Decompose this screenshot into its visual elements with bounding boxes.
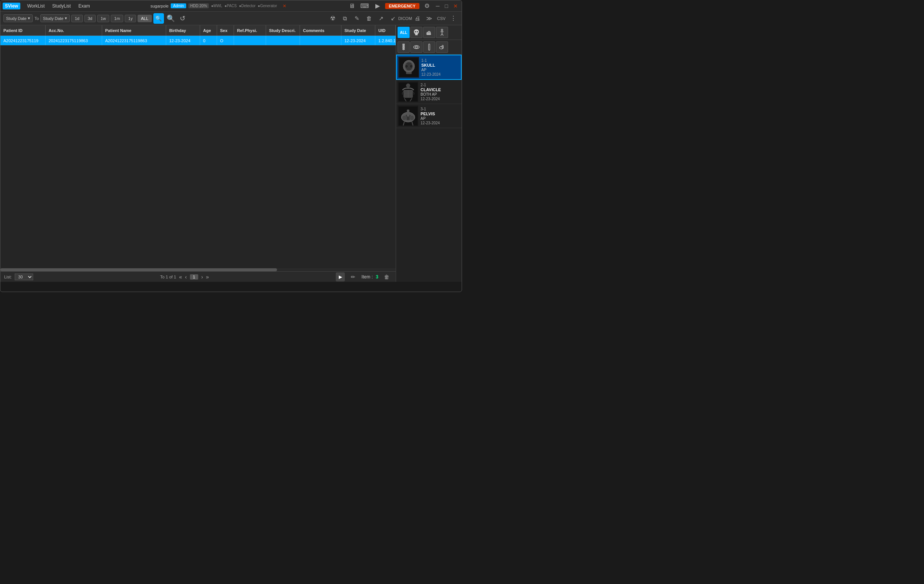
- monitor-icon-btn[interactable]: 🖥: [346, 1, 357, 11]
- radiation-btn[interactable]: ☢: [327, 13, 338, 24]
- page-last-btn[interactable]: »: [206, 274, 209, 280]
- close-btn[interactable]: ✕: [452, 3, 459, 9]
- svg-point-0: [414, 30, 419, 34]
- to-label: To: [34, 16, 39, 21]
- emergency-button[interactable]: EMERGENCY: [385, 3, 419, 9]
- btn-1m[interactable]: 1m: [111, 15, 123, 22]
- play-btn[interactable]: ▶: [336, 272, 345, 282]
- btn-1y[interactable]: 1y: [125, 15, 136, 22]
- series-view-2: BOTH AP: [421, 92, 441, 96]
- col-header-acc-no: Acc.No.: [46, 25, 102, 35]
- filter-btn-foot[interactable]: [436, 41, 448, 53]
- import-btn[interactable]: ↙: [388, 13, 398, 24]
- series-list: 1-1 SKULL AP 12-23-2024: [396, 54, 462, 282]
- series-num-2: 2-1: [421, 83, 441, 87]
- series-num-1: 1-1: [421, 58, 441, 63]
- copy-btn[interactable]: ⧉: [340, 13, 350, 24]
- filter-btn-skull[interactable]: [410, 27, 422, 38]
- series-name-3: PELVIS: [421, 112, 440, 116]
- status-trash-btn[interactable]: 🗑: [381, 272, 392, 282]
- svg-point-9: [441, 29, 443, 31]
- maximize-btn[interactable]: □: [444, 3, 450, 9]
- menu-studylist[interactable]: StudyList: [49, 3, 74, 9]
- filter-btn-all[interactable]: ALL: [398, 27, 409, 38]
- series-item-2[interactable]: 2-1 CLAVICLE BOTH AP 12-23-2024: [396, 80, 462, 104]
- table-row[interactable]: A20241223175119 20241223175119863 A20241…: [0, 36, 396, 46]
- btn-3d[interactable]: 3d: [84, 15, 96, 22]
- item-label: Item :: [361, 274, 373, 280]
- menu-worklist[interactable]: WorkList: [23, 3, 48, 9]
- cell-ref-phys: [234, 36, 266, 45]
- edit-btn[interactable]: ✎: [351, 13, 362, 24]
- from-date-dropdown[interactable]: Study Date ▾: [3, 14, 33, 22]
- list-size-select[interactable]: 30 50 100: [15, 274, 33, 280]
- table-area: Patient ID Acc.No. Patient Name Birthday…: [0, 25, 396, 282]
- delete-btn[interactable]: 🗑: [364, 13, 374, 24]
- series-date-1: 12-23-2024: [421, 73, 441, 76]
- svg-point-2: [415, 31, 416, 32]
- mwl-status: ●MWL: [211, 4, 222, 8]
- more-btn[interactable]: ≫: [424, 13, 434, 24]
- page-first-btn[interactable]: «: [179, 274, 182, 280]
- pagination: To 1 of 1 « ‹ 1 › »: [36, 274, 333, 280]
- filter-btn-spine[interactable]: [398, 41, 409, 53]
- btn-1w[interactable]: 1w: [97, 15, 109, 22]
- svg-line-13: [442, 33, 443, 35]
- col-header-comments: Comments: [300, 25, 342, 35]
- cell-sex: O: [217, 36, 234, 45]
- list-label: List:: [4, 275, 12, 279]
- search-button[interactable]: 🔍: [153, 13, 164, 24]
- page-current[interactable]: 1: [190, 274, 198, 280]
- item-count: 3: [376, 274, 378, 280]
- settings-icon-btn[interactable]: ⚙: [422, 1, 432, 11]
- cell-uid: 1.2.840.100...: [375, 36, 396, 45]
- status-edit-btn[interactable]: ✏: [348, 272, 358, 282]
- to-date-dropdown[interactable]: Study Date ▾: [40, 14, 70, 22]
- svg-point-3: [417, 31, 418, 32]
- minimize-btn[interactable]: ─: [434, 3, 441, 9]
- reset-btn[interactable]: ↺: [178, 13, 188, 24]
- filter-btn-hand[interactable]: [423, 27, 435, 38]
- close-x-btn[interactable]: ✕: [279, 1, 290, 11]
- csv-btn[interactable]: CSV: [436, 13, 447, 24]
- app-logo[interactable]: SView: [3, 3, 20, 10]
- body-filter-row-1: ALL: [396, 25, 462, 40]
- series-thumb-1: [398, 57, 419, 78]
- date-filter-group: Study Date ▾ To Study Date ▾: [3, 14, 70, 22]
- filter-btn-pelvis[interactable]: [410, 41, 422, 53]
- col-header-sex: Sex: [217, 25, 234, 35]
- pacs-status: ●PACS: [224, 4, 237, 8]
- svg-rect-6: [430, 31, 431, 35]
- series-item-3[interactable]: 3-1 PELVIS AP 12-23-2024: [396, 104, 462, 128]
- svg-point-28: [409, 64, 412, 68]
- btn-1d[interactable]: 1d: [71, 15, 82, 22]
- series-info-1: 1-1 SKULL AP 12-23-2024: [421, 58, 441, 76]
- page-prev-btn[interactable]: ‹: [185, 274, 187, 280]
- svg-point-22: [439, 46, 443, 49]
- body-filter-row-2: [396, 40, 462, 54]
- print-btn[interactable]: 🖨: [412, 13, 422, 24]
- page-next-btn[interactable]: ›: [201, 274, 203, 280]
- export-btn[interactable]: ↗: [376, 13, 386, 24]
- dicom-send-btn[interactable]: DICOM: [400, 13, 410, 24]
- series-info-3: 3-1 PELVIS AP 12-23-2024: [421, 107, 440, 125]
- col-header-ref-phys: Ref.Physi.: [234, 25, 266, 35]
- svg-point-20: [415, 46, 418, 48]
- cell-study-desc: [266, 36, 300, 45]
- h-scroll-thumb[interactable]: [0, 268, 277, 271]
- cell-birthday: 12-23-2024: [166, 36, 200, 45]
- search-person-btn[interactable]: 🔍: [165, 13, 176, 24]
- svg-point-38: [402, 115, 407, 120]
- filter-btn-arm[interactable]: [423, 41, 435, 53]
- svg-rect-40: [407, 110, 409, 116]
- cell-age: 0: [200, 36, 217, 45]
- keyboard-icon-btn[interactable]: ⌨: [360, 1, 370, 11]
- btn-all[interactable]: ALL: [137, 15, 152, 22]
- menu-exam[interactable]: Exam: [74, 3, 94, 9]
- horizontal-scrollbar[interactable]: [0, 268, 396, 271]
- filter-btn-body[interactable]: [436, 27, 448, 38]
- series-item-1[interactable]: 1-1 SKULL AP 12-23-2024: [396, 54, 462, 80]
- expand-icon-btn[interactable]: ▶: [372, 1, 383, 11]
- more2-btn[interactable]: ⋮: [448, 13, 459, 24]
- series-view-1: AP: [421, 68, 441, 72]
